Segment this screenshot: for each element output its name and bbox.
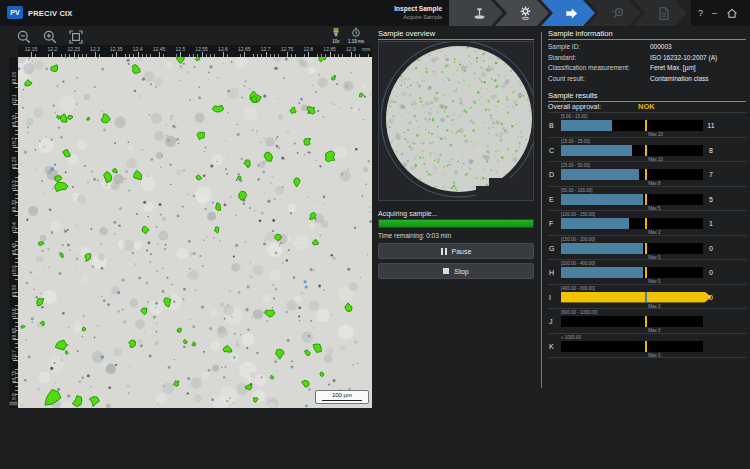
help-button[interactable]: ?	[698, 0, 703, 26]
result-limit-tick	[645, 243, 647, 254]
result-count: 11	[698, 122, 724, 129]
result-limit-tick	[645, 218, 647, 229]
result-bar	[561, 341, 703, 352]
pause-label: Pause	[452, 248, 472, 255]
sample-results-title: Sample results	[548, 91, 598, 100]
sample-information-title: Sample information	[548, 29, 613, 38]
result-class-letter: K	[549, 343, 554, 350]
sample-info-panel: Sample information Sample ID:000003Stand…	[548, 28, 746, 463]
result-limit-tick	[645, 120, 647, 131]
result-bar-fill	[561, 218, 629, 229]
step-report[interactable]	[633, 0, 687, 26]
result-limit-label: Max 0	[648, 255, 660, 260]
result-limit-tick	[645, 267, 647, 278]
result-range-label: [600.00 - 1000.00]	[561, 310, 598, 315]
info-field-row: Classification measurement:Feret Max. [µ…	[548, 64, 746, 74]
info-field-label: Sample ID:	[548, 43, 580, 50]
result-class-letter: G	[549, 245, 554, 252]
result-class-letter: B	[549, 122, 554, 129]
vertical-ruler: 19.0519.119.1519.219.2519.319.3519.419.4…	[9, 57, 18, 408]
minimize-button[interactable]: –	[712, 0, 717, 26]
step-inspect-results[interactable]	[587, 0, 641, 26]
app-logo-icon: PV	[7, 6, 23, 19]
result-bar	[561, 120, 703, 131]
step-acquire-sample[interactable]	[541, 0, 595, 26]
result-limit-label: Max 0	[648, 328, 660, 333]
panel-divider	[541, 32, 542, 388]
result-row-D: [25.00 - 50.00]DMax 87	[548, 162, 746, 187]
window-controls: ? –	[698, 0, 738, 26]
info-field-row: Count result:Contamination class	[548, 75, 746, 85]
app-window: PV PRECiV CIX Inspect Sample Acquire Sam…	[0, 0, 750, 469]
step-load-sample[interactable]	[449, 0, 503, 26]
info-field-row: Standard:ISO 16232-10:2007 (A)	[548, 54, 746, 64]
stop-label: Stop	[454, 268, 468, 275]
result-row-G: [150.00 - 200.00]GMax 00	[548, 236, 746, 261]
result-limit-tick	[645, 169, 647, 180]
fit-to-view-icon[interactable]	[68, 29, 84, 45]
result-bar-fill	[561, 194, 643, 205]
horizontal-ruler: 12.1512.212.2512.312.3512.412.4512.512.5…	[18, 45, 372, 57]
result-bar	[561, 243, 703, 254]
result-row-J: [600.00 - 1000.00]JMax 0	[548, 309, 746, 334]
result-class-letter: C	[549, 147, 554, 154]
acquisition-progress-fill	[379, 220, 533, 227]
result-class-letter: D	[549, 171, 554, 178]
result-bar-fill	[561, 169, 639, 180]
v-ruler-unit: mm	[9, 401, 18, 406]
scale-bar-label: 100 µm	[316, 392, 368, 399]
scale-bar-line	[322, 400, 362, 401]
result-limit-tick	[645, 316, 647, 327]
result-row-K: ≥ 1000.00KMax 0	[548, 334, 746, 359]
result-range-label: [400.00 - 600.00]	[561, 286, 595, 291]
result-limit-label: Max 8	[648, 181, 660, 186]
result-limit-label: Max 0	[648, 304, 660, 309]
result-class-letter: E	[549, 196, 554, 203]
result-range-label: ≥ 1000.00	[561, 335, 581, 340]
result-limit-label: Max 10	[648, 157, 663, 162]
sample-overview-map[interactable]	[378, 41, 534, 201]
stop-icon	[443, 268, 449, 274]
result-count: 0	[698, 269, 724, 276]
result-row-C: [15.00 - 25.00]CMax 108	[548, 138, 746, 163]
result-limit-label: Max 0	[648, 279, 660, 284]
step-acquisition-settings[interactable]	[495, 0, 549, 26]
result-count: 8	[698, 147, 724, 154]
info-field-value: Contamination class	[650, 75, 709, 82]
specimen-image	[18, 57, 372, 408]
result-bar	[561, 218, 703, 229]
pause-button[interactable]: Pause	[378, 243, 534, 259]
search-details-icon	[610, 6, 625, 21]
results-rows: [5.00 - 15.00]BMax 2011[15.00 - 25.00]CM…	[548, 112, 746, 357]
workflow-steps	[449, 0, 691, 26]
zoom-out-icon[interactable]	[16, 29, 32, 45]
result-class-letter: F	[549, 220, 553, 227]
zoom-in-icon[interactable]	[42, 29, 58, 45]
arrow-right-icon	[564, 6, 579, 21]
result-row-E: [50.00 - 100.00]EMax 55	[548, 187, 746, 212]
app-title: PRECiV CIX	[28, 9, 73, 18]
result-bar-fill	[561, 243, 643, 254]
optics-info: 10x 1.19 ms	[331, 27, 364, 44]
overall-approval-label: Overall approval:	[548, 103, 601, 110]
result-limit-tick	[645, 194, 647, 205]
result-bar-fill	[561, 120, 612, 131]
top-bar: PV PRECiV CIX Inspect Sample Acquire Sam…	[0, 0, 750, 26]
acquisition-progress-bar	[378, 219, 534, 228]
result-class-letter: I	[549, 294, 551, 301]
result-count: 7	[698, 171, 724, 178]
result-range-label: [15.00 - 25.00]	[561, 139, 590, 144]
result-bar	[561, 267, 703, 278]
result-limit-label: Max 20	[648, 132, 663, 137]
result-limit-tick	[645, 341, 647, 352]
home-icon[interactable]	[726, 7, 738, 19]
result-limit-label: Max 2	[648, 230, 660, 235]
result-count: 5	[698, 196, 724, 203]
result-count: 0	[698, 245, 724, 252]
result-bar	[561, 145, 703, 156]
time-remaining: Time remaining: 0:03 min	[378, 232, 451, 239]
specimen-image-viewport[interactable]: 100 µm	[18, 57, 372, 408]
result-row-H: [200.00 - 400.00]HMax 00	[548, 260, 746, 285]
result-row-B: [5.00 - 15.00]BMax 2011	[548, 113, 746, 138]
stop-button[interactable]: Stop	[378, 263, 534, 279]
